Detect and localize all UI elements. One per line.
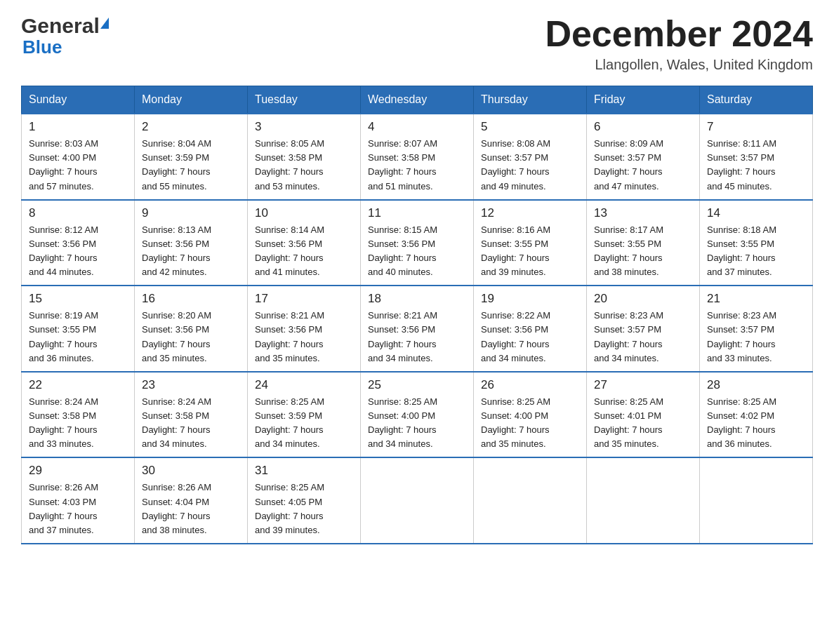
day-info: Sunrise: 8:13 AM Sunset: 3:56 PM Dayligh…: [142, 223, 240, 280]
day-info: Sunrise: 8:23 AM Sunset: 3:57 PM Dayligh…: [594, 309, 692, 365]
day-info: Sunrise: 8:20 AM Sunset: 3:56 PM Dayligh…: [142, 309, 240, 365]
calendar-cell: [700, 457, 813, 544]
calendar-cell: 13 Sunrise: 8:17 AM Sunset: 3:55 PM Dayl…: [587, 200, 700, 286]
day-number: 14: [707, 206, 805, 220]
calendar-cell: 1 Sunrise: 8:03 AM Sunset: 4:00 PM Dayli…: [22, 114, 135, 200]
day-number: 22: [29, 378, 127, 392]
calendar-cell: 18 Sunrise: 8:21 AM Sunset: 3:56 PM Dayl…: [361, 286, 474, 372]
day-info: Sunrise: 8:07 AM Sunset: 3:58 PM Dayligh…: [368, 137, 466, 194]
day-info: Sunrise: 8:25 AM Sunset: 3:59 PM Dayligh…: [255, 395, 353, 452]
day-info: Sunrise: 8:25 AM Sunset: 4:01 PM Dayligh…: [594, 395, 692, 452]
calendar-cell: 20 Sunrise: 8:23 AM Sunset: 3:57 PM Dayl…: [587, 286, 700, 372]
day-number: 21: [707, 292, 805, 306]
day-number: 15: [29, 292, 127, 306]
calendar-cell: 2 Sunrise: 8:04 AM Sunset: 3:59 PM Dayli…: [135, 114, 248, 200]
day-info: Sunrise: 8:25 AM Sunset: 4:05 PM Dayligh…: [255, 481, 353, 537]
calendar-week-3: 15 Sunrise: 8:19 AM Sunset: 3:55 PM Dayl…: [22, 286, 813, 372]
calendar-cell: 8 Sunrise: 8:12 AM Sunset: 3:56 PM Dayli…: [22, 200, 135, 286]
logo-blue-text: Blue: [21, 36, 62, 58]
calendar-cell: 4 Sunrise: 8:07 AM Sunset: 3:58 PM Dayli…: [361, 114, 474, 200]
col-wednesday: Wednesday: [361, 86, 474, 114]
day-info: Sunrise: 8:26 AM Sunset: 4:04 PM Dayligh…: [142, 481, 240, 537]
day-number: 8: [29, 206, 127, 220]
calendar-cell: [361, 457, 474, 544]
day-number: 5: [481, 120, 579, 134]
day-info: Sunrise: 8:23 AM Sunset: 3:57 PM Dayligh…: [707, 309, 805, 365]
calendar-cell: [474, 457, 587, 544]
day-number: 25: [368, 378, 466, 392]
day-info: Sunrise: 8:25 AM Sunset: 4:02 PM Dayligh…: [707, 395, 805, 452]
day-number: 4: [368, 120, 466, 134]
calendar-cell: 10 Sunrise: 8:14 AM Sunset: 3:56 PM Dayl…: [248, 200, 361, 286]
day-number: 10: [255, 206, 353, 220]
day-info: Sunrise: 8:11 AM Sunset: 3:57 PM Dayligh…: [707, 137, 805, 194]
day-info: Sunrise: 8:15 AM Sunset: 3:56 PM Dayligh…: [368, 223, 466, 280]
calendar-cell: 16 Sunrise: 8:20 AM Sunset: 3:56 PM Dayl…: [135, 286, 248, 372]
calendar-cell: 25 Sunrise: 8:25 AM Sunset: 4:00 PM Dayl…: [361, 372, 474, 458]
location-text: Llangollen, Wales, United Kingdom: [545, 57, 813, 73]
day-info: Sunrise: 8:22 AM Sunset: 3:56 PM Dayligh…: [481, 309, 579, 365]
calendar-cell: 12 Sunrise: 8:16 AM Sunset: 3:55 PM Dayl…: [474, 200, 587, 286]
calendar-cell: 5 Sunrise: 8:08 AM Sunset: 3:57 PM Dayli…: [474, 114, 587, 200]
calendar-week-1: 1 Sunrise: 8:03 AM Sunset: 4:00 PM Dayli…: [22, 114, 813, 200]
logo: General Blue: [21, 14, 109, 58]
day-info: Sunrise: 8:21 AM Sunset: 3:56 PM Dayligh…: [255, 309, 353, 365]
calendar-cell: [587, 457, 700, 544]
day-number: 24: [255, 378, 353, 392]
calendar-table: Sunday Monday Tuesday Wednesday Thursday…: [21, 86, 813, 544]
day-number: 16: [142, 292, 240, 306]
day-number: 7: [707, 120, 805, 134]
day-info: Sunrise: 8:16 AM Sunset: 3:55 PM Dayligh…: [481, 223, 579, 280]
day-info: Sunrise: 8:14 AM Sunset: 3:56 PM Dayligh…: [255, 223, 353, 280]
day-number: 1: [29, 120, 127, 134]
day-number: 6: [594, 120, 692, 134]
day-number: 2: [142, 120, 240, 134]
day-number: 3: [255, 120, 353, 134]
col-monday: Monday: [135, 86, 248, 114]
col-thursday: Thursday: [474, 86, 587, 114]
calendar-cell: 3 Sunrise: 8:05 AM Sunset: 3:58 PM Dayli…: [248, 114, 361, 200]
calendar-cell: 30 Sunrise: 8:26 AM Sunset: 4:04 PM Dayl…: [135, 457, 248, 544]
day-info: Sunrise: 8:26 AM Sunset: 4:03 PM Dayligh…: [29, 481, 127, 537]
day-number: 26: [481, 378, 579, 392]
calendar-cell: 6 Sunrise: 8:09 AM Sunset: 3:57 PM Dayli…: [587, 114, 700, 200]
calendar-cell: 15 Sunrise: 8:19 AM Sunset: 3:55 PM Dayl…: [22, 286, 135, 372]
day-info: Sunrise: 8:03 AM Sunset: 4:00 PM Dayligh…: [29, 137, 127, 194]
day-number: 13: [594, 206, 692, 220]
day-info: Sunrise: 8:25 AM Sunset: 4:00 PM Dayligh…: [481, 395, 579, 452]
day-info: Sunrise: 8:17 AM Sunset: 3:55 PM Dayligh…: [594, 223, 692, 280]
day-number: 19: [481, 292, 579, 306]
calendar-cell: 31 Sunrise: 8:25 AM Sunset: 4:05 PM Dayl…: [248, 457, 361, 544]
day-number: 23: [142, 378, 240, 392]
title-section: December 2024 Llangollen, Wales, United …: [545, 14, 813, 73]
calendar-week-2: 8 Sunrise: 8:12 AM Sunset: 3:56 PM Dayli…: [22, 200, 813, 286]
logo-general: General: [21, 14, 100, 38]
day-number: 27: [594, 378, 692, 392]
col-sunday: Sunday: [22, 86, 135, 114]
calendar-cell: 28 Sunrise: 8:25 AM Sunset: 4:02 PM Dayl…: [700, 372, 813, 458]
day-info: Sunrise: 8:19 AM Sunset: 3:55 PM Dayligh…: [29, 309, 127, 365]
calendar-week-4: 22 Sunrise: 8:24 AM Sunset: 3:58 PM Dayl…: [22, 372, 813, 458]
calendar-week-5: 29 Sunrise: 8:26 AM Sunset: 4:03 PM Dayl…: [22, 457, 813, 544]
page-header: General Blue December 2024 Llangollen, W…: [21, 14, 813, 73]
calendar-cell: 26 Sunrise: 8:25 AM Sunset: 4:00 PM Dayl…: [474, 372, 587, 458]
calendar-cell: 7 Sunrise: 8:11 AM Sunset: 3:57 PM Dayli…: [700, 114, 813, 200]
day-info: Sunrise: 8:05 AM Sunset: 3:58 PM Dayligh…: [255, 137, 353, 194]
col-saturday: Saturday: [700, 86, 813, 114]
logo-arrow-icon: [100, 18, 109, 29]
calendar-cell: 23 Sunrise: 8:24 AM Sunset: 3:58 PM Dayl…: [135, 372, 248, 458]
day-number: 17: [255, 292, 353, 306]
calendar-cell: 24 Sunrise: 8:25 AM Sunset: 3:59 PM Dayl…: [248, 372, 361, 458]
day-info: Sunrise: 8:21 AM Sunset: 3:56 PM Dayligh…: [368, 309, 466, 365]
calendar-cell: 19 Sunrise: 8:22 AM Sunset: 3:56 PM Dayl…: [474, 286, 587, 372]
col-friday: Friday: [587, 86, 700, 114]
calendar-header-row: Sunday Monday Tuesday Wednesday Thursday…: [22, 86, 813, 114]
calendar-cell: 9 Sunrise: 8:13 AM Sunset: 3:56 PM Dayli…: [135, 200, 248, 286]
day-number: 31: [255, 464, 353, 478]
calendar-cell: 14 Sunrise: 8:18 AM Sunset: 3:55 PM Dayl…: [700, 200, 813, 286]
day-info: Sunrise: 8:12 AM Sunset: 3:56 PM Dayligh…: [29, 223, 127, 280]
day-number: 20: [594, 292, 692, 306]
day-number: 30: [142, 464, 240, 478]
logo-text: General: [21, 14, 109, 38]
col-tuesday: Tuesday: [248, 86, 361, 114]
